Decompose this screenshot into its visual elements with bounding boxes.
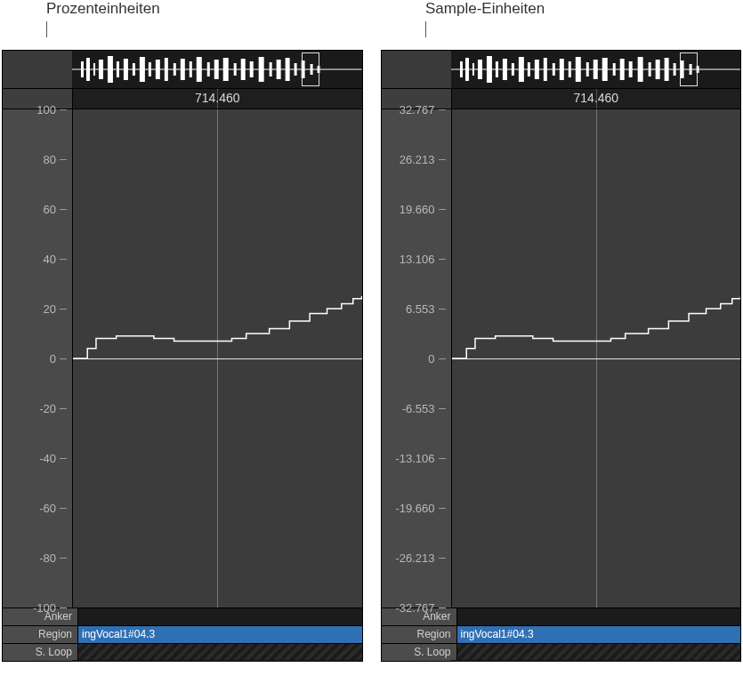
scale-tick — [60, 458, 67, 459]
svg-rect-3 — [93, 63, 95, 76]
svg-rect-39 — [511, 63, 513, 76]
svg-rect-12 — [165, 58, 168, 81]
footer-rows: Anker Region ingVocal1#04.3 S. Loop — [382, 607, 741, 661]
scale-label: -32.767 — [395, 601, 434, 615]
row-value-region[interactable]: ingVocal1#04.3 — [78, 626, 362, 643]
svg-rect-52 — [619, 59, 624, 80]
scale-label: -26.213 — [395, 551, 434, 565]
scale-tick — [439, 408, 446, 409]
time-ruler[interactable]: 714.460 — [3, 89, 362, 109]
waveform-main[interactable]: 100806040200-20-40-60-80-100 — [3, 109, 362, 607]
scale-label: -20 — [39, 402, 56, 415]
time-ruler[interactable]: 714.460 — [382, 89, 741, 109]
svg-rect-2 — [86, 58, 90, 81]
svg-rect-35 — [477, 60, 481, 79]
svg-rect-46 — [568, 61, 570, 77]
scale-tick — [439, 209, 446, 210]
ruler-sub — [451, 660, 741, 662]
scale-label: 80 — [44, 153, 56, 166]
svg-rect-48 — [586, 62, 588, 76]
row-label-region: Region — [382, 626, 457, 643]
scale-tick — [439, 159, 446, 160]
waveform-plot[interactable] — [452, 109, 741, 607]
scale-label: 60 — [44, 203, 56, 216]
row-value-region[interactable]: ingVocal1#04.3 — [457, 626, 741, 643]
callout-row: Prozenteinheiten Sample-Einheiten — [0, 0, 743, 50]
row-label-region: Region — [3, 626, 78, 643]
svg-rect-14 — [181, 59, 185, 80]
overview-gutter — [3, 51, 72, 88]
scale-label: -40 — [39, 452, 56, 465]
waveform-main[interactable]: 32.76726.21319.66013.1066.5530-6.553-13.… — [382, 109, 741, 607]
svg-rect-37 — [495, 61, 497, 77]
scale-tick — [60, 109, 67, 110]
overview-strip[interactable] — [382, 51, 741, 89]
row-value-sloop[interactable] — [457, 644, 741, 661]
scale-tick — [439, 558, 446, 559]
scale-label: 0 — [428, 352, 434, 366]
callout-sample-label: Sample-Einheiten — [425, 0, 545, 21]
row-anker: Anker — [382, 607, 741, 625]
svg-rect-20 — [234, 63, 237, 76]
scale-tick — [439, 458, 446, 459]
svg-rect-40 — [518, 57, 523, 82]
svg-rect-38 — [502, 59, 506, 80]
svg-rect-18 — [214, 60, 219, 79]
callout-line — [425, 21, 426, 37]
svg-rect-13 — [174, 63, 176, 76]
ruler-sub — [72, 660, 362, 662]
scale-tick — [439, 259, 446, 260]
svg-rect-23 — [259, 57, 264, 82]
scale-label: -60 — [39, 502, 56, 515]
svg-rect-57 — [664, 58, 668, 81]
scale-label: 100 — [36, 103, 56, 117]
svg-rect-5 — [108, 56, 113, 83]
scale-tick — [439, 309, 446, 310]
audio-editor-percent: 714.460 100806040200-20-40-60-80-100 Ank… — [2, 50, 363, 662]
waveform-plot[interactable] — [73, 109, 362, 607]
row-sloop: S. Loop — [382, 643, 741, 661]
scale-label: 40 — [44, 253, 56, 266]
scale-tick — [60, 408, 67, 409]
overview-view-rectangle[interactable] — [302, 52, 319, 86]
scale-tick — [60, 558, 67, 559]
overview-gutter — [382, 51, 451, 88]
scale-label: 26.213 — [400, 153, 435, 166]
scale-tick — [60, 159, 67, 160]
scale-label: 19.660 — [400, 203, 435, 216]
svg-rect-8 — [133, 63, 135, 76]
svg-rect-24 — [270, 62, 272, 76]
svg-rect-50 — [602, 58, 607, 81]
scale-label: 6.553 — [406, 302, 435, 316]
row-region: Region ingVocal1#04.3 — [3, 625, 362, 643]
svg-rect-11 — [156, 60, 160, 79]
svg-rect-22 — [250, 61, 254, 77]
row-value-sloop[interactable] — [78, 644, 362, 661]
svg-rect-51 — [612, 63, 615, 76]
svg-rect-17 — [207, 62, 210, 76]
svg-rect-36 — [486, 56, 491, 83]
scale-tick — [60, 607, 67, 608]
waveform-path — [73, 109, 362, 607]
svg-rect-49 — [593, 60, 597, 79]
svg-rect-27 — [295, 63, 297, 76]
svg-rect-41 — [527, 62, 529, 76]
ruler-position: 714.460 — [195, 91, 240, 105]
svg-rect-53 — [628, 61, 632, 77]
amplitude-scale-percent: 100806040200-20-40-60-80-100 — [3, 109, 73, 607]
svg-rect-43 — [543, 58, 546, 81]
overview-view-rectangle[interactable] — [680, 52, 698, 86]
svg-rect-15 — [190, 61, 192, 77]
scale-tick — [439, 109, 446, 110]
ruler-position: 714.460 — [573, 91, 618, 105]
row-sloop: S. Loop — [3, 643, 362, 661]
svg-rect-1 — [81, 61, 84, 77]
row-value-anker[interactable] — [78, 608, 362, 625]
svg-rect-32 — [459, 61, 462, 77]
overview-strip[interactable] — [3, 51, 362, 89]
scale-label: -80 — [39, 551, 56, 565]
row-label-sloop: S. Loop — [3, 644, 78, 661]
callout-line — [46, 21, 47, 37]
row-value-anker[interactable] — [457, 608, 741, 625]
svg-rect-25 — [277, 60, 281, 79]
